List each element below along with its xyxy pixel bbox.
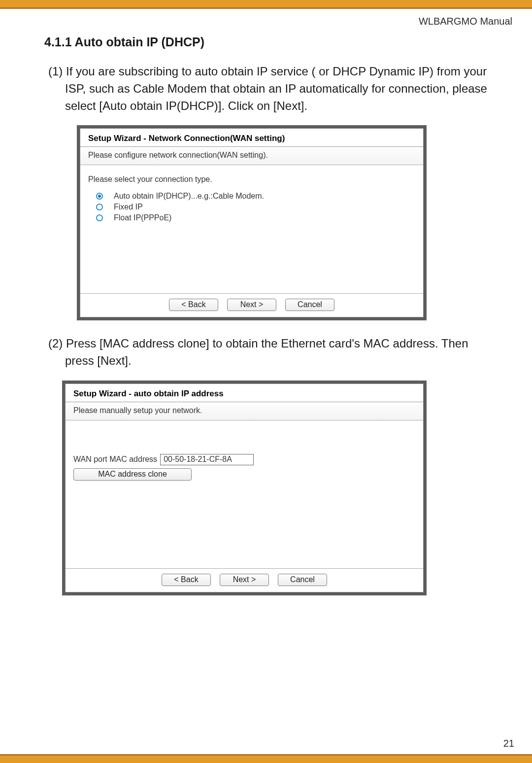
page-content: 4.1.1 Auto obtain IP (DHCP) (1) If you a… <box>0 27 532 595</box>
radio-option-pppoe[interactable]: Float IP(PPPoE) <box>88 212 415 223</box>
cancel-button[interactable]: Cancel <box>285 299 334 311</box>
wizard-2: Setup Wizard - auto obtain IP address Pl… <box>62 381 427 595</box>
section-title: 4.1.1 Auto obtain IP (DHCP) <box>44 35 498 49</box>
back-button[interactable]: < Back <box>162 574 211 586</box>
radio-icon <box>96 214 103 221</box>
step-1-text: (1) If you are subscribing to auto obtai… <box>48 63 498 114</box>
radio-option-dhcp[interactable]: Auto obtain IP(DHCP)...e.g.:Cable Modem. <box>88 191 415 202</box>
wizard-2-desc: Please manually setup your network. <box>66 402 423 420</box>
top-stripe <box>0 0 532 9</box>
wizard-1-title: Setup Wizard - Network Connection(WAN se… <box>80 129 423 147</box>
radio-label: Auto obtain IP(DHCP)...e.g.:Cable Modem. <box>114 192 264 201</box>
back-button[interactable]: < Back <box>169 299 218 311</box>
mac-clone-button[interactable]: MAC address clone <box>73 468 192 481</box>
cancel-button[interactable]: Cancel <box>278 574 327 586</box>
bottom-stripe <box>0 754 532 763</box>
radio-icon <box>96 204 103 210</box>
wizard-1: Setup Wizard - Network Connection(WAN se… <box>77 125 427 320</box>
page-number: 21 <box>503 738 514 749</box>
wizard-1-prompt: Please select your connection type. <box>88 175 415 184</box>
next-button[interactable]: Next > <box>227 299 276 311</box>
mac-address-input[interactable]: 00-50-18-21-CF-8A <box>160 454 254 465</box>
manual-header: WLBARGMO Manual <box>0 9 532 27</box>
wizard-1-desc: Please configure network connection(WAN … <box>80 147 423 165</box>
radio-label: Float IP(PPPoE) <box>114 213 171 222</box>
radio-icon <box>96 193 103 200</box>
next-button[interactable]: Next > <box>220 574 269 586</box>
wizard-2-title: Setup Wizard - auto obtain IP address <box>66 384 423 402</box>
mac-address-label: WAN port MAC address <box>73 455 157 464</box>
radio-option-fixed-ip[interactable]: Fixed IP <box>88 202 415 212</box>
radio-label: Fixed IP <box>114 203 143 211</box>
step-2-text: (2) Press [MAC address clone] to obtain … <box>48 335 498 370</box>
